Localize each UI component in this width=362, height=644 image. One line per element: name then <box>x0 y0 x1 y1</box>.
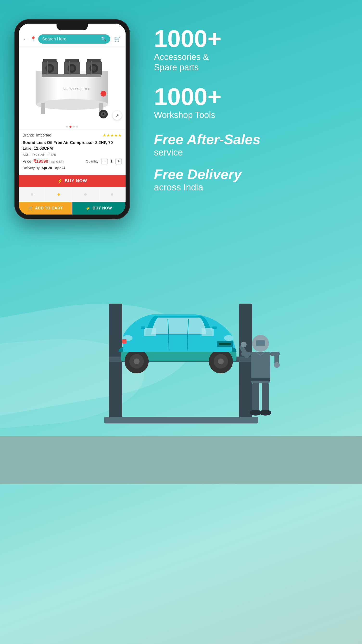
brand-stars-row: Brand: Imported ★★★★★ <box>23 133 122 138</box>
svg-point-43 <box>224 335 234 341</box>
star-rating: ★★★★★ <box>102 133 122 138</box>
search-icon: 🔍 <box>101 36 106 42</box>
svg-point-57 <box>241 342 247 348</box>
accessories-label: Accessories &Spare parts <box>154 52 338 72</box>
thumb-dot-1 <box>31 193 33 196</box>
stat-accessories: 1000+ Accessories &Spare parts <box>154 26 338 72</box>
svg-point-62 <box>259 410 271 416</box>
thumb-1[interactable] <box>19 187 45 202</box>
quantity-plus-button[interactable]: + <box>115 158 122 164</box>
after-sales-title: Free After-Sales <box>154 132 338 146</box>
svg-rect-51 <box>256 340 265 346</box>
svg-point-26 <box>100 91 106 96</box>
mechanic-illustration <box>236 331 285 437</box>
after-sales-subtitle: service <box>154 147 338 158</box>
svg-rect-59 <box>252 383 259 412</box>
share-button[interactable]: ↗ <box>113 111 122 120</box>
cart-icon[interactable]: 🛒 <box>114 36 121 42</box>
accessories-number: 1000+ <box>154 26 338 50</box>
svg-rect-63 <box>251 378 270 381</box>
dot-1 <box>66 126 68 128</box>
thumb-dot-2 <box>57 193 60 196</box>
svg-rect-47 <box>212 326 217 329</box>
tools-label: Workshop Tools <box>154 110 338 120</box>
quantity-control[interactable]: Quantity − 1 + <box>86 158 122 164</box>
location-icon: 📍 <box>30 36 36 42</box>
bottom-section <box>0 219 362 484</box>
svg-point-38 <box>218 358 224 364</box>
delivery-subtitle: across India <box>154 182 338 192</box>
dot-indicator <box>19 124 126 130</box>
floor-background <box>0 436 362 484</box>
svg-rect-21 <box>87 59 100 62</box>
sku-text: SKU : DK-GAHL-2125 <box>23 153 122 157</box>
delivery-date: Apr 20 - Apr 24 <box>42 166 65 170</box>
buy-now-button[interactable]: ⚡ BUY NOW <box>19 175 126 187</box>
delivery-info: Delivery By: Apr 20 - Apr 24 <box>23 166 122 170</box>
phone-notch <box>56 24 88 30</box>
product-image: SILENT OIL FREE <box>31 52 113 119</box>
price-incl-gst: (Incl GST) <box>49 160 63 164</box>
buy-now-lightning2: ⚡ <box>86 206 91 211</box>
svg-rect-46 <box>141 326 145 329</box>
search-bar[interactable]: Search Here 🔍 <box>38 34 110 44</box>
feature-after-sales: Free After-Sales service <box>154 132 338 158</box>
svg-rect-60 <box>262 383 269 412</box>
add-to-cart-button[interactable]: 🛒 ADD TO CART <box>19 202 72 215</box>
thumb-4[interactable] <box>99 187 126 202</box>
svg-rect-16 <box>65 59 79 62</box>
bottom-action-bar: 🛒 ADD TO CART ⚡ BUY NOW <box>19 202 126 215</box>
stat-tools: 1000+ Workshop Tools <box>154 84 338 120</box>
phone-container: ← 📍 Search Here 🔍 🛒 <box>14 19 139 219</box>
thumb-2[interactable] <box>45 187 72 202</box>
buy-now-label: BUY NOW <box>65 178 87 184</box>
svg-rect-11 <box>43 59 56 62</box>
svg-rect-40 <box>202 328 214 336</box>
buy-now-button-2[interactable]: ⚡ BUY NOW <box>72 202 126 215</box>
thumb-dot-3 <box>84 193 87 196</box>
delivery-title: Free Delivery <box>154 167 338 181</box>
top-section: ← 📍 Search Here 🔍 🛒 <box>0 0 362 219</box>
svg-point-4 <box>36 99 108 110</box>
brand-label: Brand: <box>23 133 34 137</box>
back-button[interactable]: ← <box>23 36 28 42</box>
quantity-label: Quantity <box>86 159 98 163</box>
dot-2 <box>69 126 71 128</box>
svg-rect-24 <box>91 61 92 76</box>
right-content: 1000+ Accessories &Spare parts 1000+ Wor… <box>154 19 348 202</box>
svg-point-58 <box>274 362 280 368</box>
phone-screen: ← 📍 Search Here 🔍 🛒 <box>19 24 126 215</box>
tools-number: 1000+ <box>154 84 338 108</box>
thumb-dot-4 <box>111 193 113 196</box>
buy-now-lightning: ⚡ <box>57 178 63 184</box>
dot-3 <box>73 126 75 128</box>
svg-rect-5 <box>41 103 45 114</box>
svg-rect-45 <box>122 339 126 344</box>
svg-rect-42 <box>219 343 231 345</box>
brand-value: Imported <box>36 133 51 137</box>
thumb-3[interactable] <box>72 187 99 202</box>
buy-now-label2: BUY NOW <box>93 206 112 210</box>
svg-rect-31 <box>104 417 258 424</box>
add-to-cart-label: ADD TO CART <box>35 206 63 210</box>
price-section: Price: ₹19990 (Incl GST) <box>23 159 64 164</box>
svg-rect-19 <box>69 61 70 76</box>
svg-point-35 <box>134 358 139 364</box>
delivery-label: Delivery By: <box>23 166 41 170</box>
price-qty-row: Price: ₹19990 (Incl GST) Quantity − 1 + <box>23 158 122 164</box>
phone-outer: ← 📍 Search Here 🔍 🛒 <box>14 19 130 219</box>
thumbnails-row <box>19 187 126 202</box>
quantity-minus-button[interactable]: − <box>101 158 107 164</box>
cart-icon2: 🛒 <box>28 206 33 211</box>
dot-4 <box>76 126 78 128</box>
product-image-area: SILENT OIL FREE ↗ <box>19 47 126 124</box>
svg-point-9 <box>102 113 104 115</box>
price-amount: ₹19990 <box>33 159 49 164</box>
svg-text:SILENT OIL FREE: SILENT OIL FREE <box>62 87 90 91</box>
brand-info: Brand: Imported <box>23 133 51 138</box>
search-placeholder: Search Here <box>42 36 99 42</box>
svg-rect-14 <box>47 61 48 76</box>
price-label: Price: <box>23 159 32 164</box>
quantity-value: 1 <box>108 159 114 164</box>
feature-delivery: Free Delivery across India <box>154 167 338 192</box>
